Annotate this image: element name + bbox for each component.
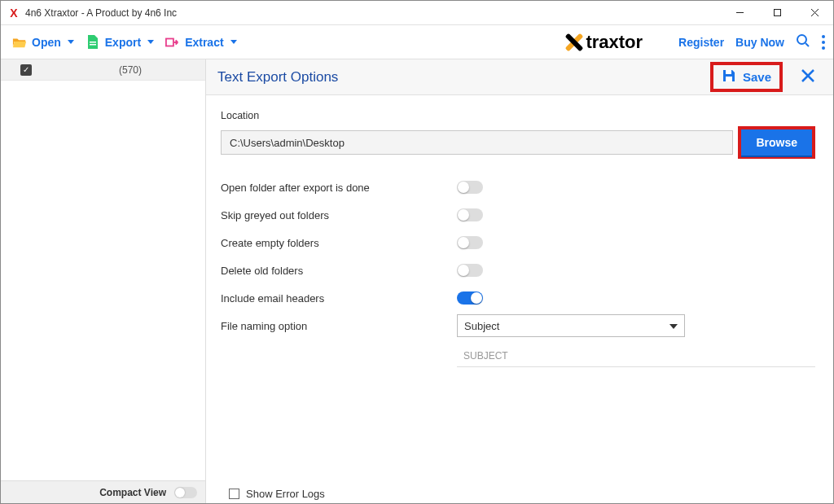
option-create-empty-label: Create empty folders [221, 237, 457, 249]
extract-icon [165, 35, 180, 50]
toolbar: Open Export Extract traxtor Register Buy… [1, 25, 833, 59]
close-window-button[interactable] [796, 1, 833, 25]
open-menu[interactable]: Open [12, 35, 74, 50]
register-link[interactable]: Register [678, 36, 724, 49]
app-logo: traxtor [563, 32, 643, 53]
create-empty-toggle[interactable] [457, 236, 483, 249]
file-naming-select[interactable]: Subject [457, 314, 685, 337]
window-controls [721, 1, 833, 25]
location-input[interactable] [221, 130, 733, 155]
panel-header: Text Export Options Save [206, 59, 833, 95]
delete-old-toggle[interactable] [457, 264, 483, 277]
show-error-logs-checkbox[interactable] [229, 489, 239, 499]
logo-text: traxtor [586, 32, 643, 53]
search-button[interactable] [796, 33, 810, 50]
file-export-icon [86, 35, 100, 50]
compact-view-toggle[interactable] [174, 487, 197, 498]
save-icon [722, 68, 736, 85]
open-label: Open [32, 36, 61, 49]
panel-title: Text Export Options [217, 69, 338, 85]
maximize-button[interactable] [758, 1, 796, 25]
save-button[interactable]: Save [710, 62, 783, 92]
show-error-logs-label: Show Error Logs [246, 488, 325, 500]
folder-open-icon [12, 35, 27, 50]
option-open-after-label: Open folder after export is done [221, 182, 457, 194]
save-label: Save [743, 70, 771, 84]
show-error-logs-row[interactable]: Show Error Logs [229, 488, 325, 500]
close-icon [801, 68, 815, 83]
window-title: 4n6 Xtraxtor - A Product by 4n6 Inc [25, 7, 177, 19]
checkbox-checked-icon[interactable]: ✓ [20, 64, 32, 76]
option-file-naming-label: File naming option [221, 320, 457, 332]
file-naming-preview: SUBJECT [457, 344, 815, 367]
export-label: Export [105, 36, 141, 49]
option-skip-greyed-label: Skip greyed out folders [221, 209, 457, 221]
svg-rect-9 [726, 70, 731, 74]
tree-item-count: (570) [119, 64, 142, 76]
chevron-down-icon [68, 40, 74, 44]
open-after-toggle[interactable] [457, 181, 483, 194]
extract-menu[interactable]: Extract [165, 35, 236, 50]
svg-rect-10 [726, 77, 732, 81]
minimize-button[interactable] [721, 1, 758, 25]
compact-view-bar: Compact View [1, 480, 205, 503]
skip-greyed-toggle[interactable] [457, 208, 483, 221]
main-panel: Text Export Options Save Location Browse [206, 59, 833, 503]
export-menu[interactable]: Export [86, 35, 154, 50]
location-label: Location [221, 110, 815, 121]
compact-view-label: Compact View [99, 487, 166, 498]
panel-body: Location Browse Open folder after export… [206, 95, 833, 367]
extract-label: Extract [185, 36, 223, 49]
tree-item[interactable]: ✓ (570) [1, 59, 205, 81]
sidebar: ✓ (570) Compact View [1, 59, 206, 503]
titlebar: X 4n6 Xtraxtor - A Product by 4n6 Inc [1, 1, 833, 25]
svg-point-7 [797, 35, 806, 44]
svg-rect-5 [90, 44, 96, 46]
chevron-down-icon [230, 40, 237, 44]
more-menu[interactable] [822, 35, 825, 50]
app-icon: X [7, 7, 20, 20]
svg-rect-4 [90, 42, 96, 43]
more-vertical-icon [822, 35, 825, 50]
buy-now-link[interactable]: Buy Now [735, 36, 784, 49]
logo-x-icon [563, 32, 584, 53]
svg-rect-6 [166, 38, 173, 46]
option-delete-old-label: Delete old folders [221, 265, 457, 277]
svg-line-8 [805, 43, 809, 46]
file-naming-value: Subject [464, 320, 499, 332]
browse-button[interactable]: Browse [741, 129, 812, 156]
close-panel-button[interactable] [794, 67, 822, 88]
option-include-headers-label: Include email headers [221, 292, 457, 305]
chevron-down-icon [147, 40, 154, 44]
chevron-down-icon [669, 324, 678, 329]
svg-rect-1 [774, 10, 780, 16]
search-icon [796, 33, 810, 48]
include-headers-toggle[interactable] [457, 291, 483, 305]
